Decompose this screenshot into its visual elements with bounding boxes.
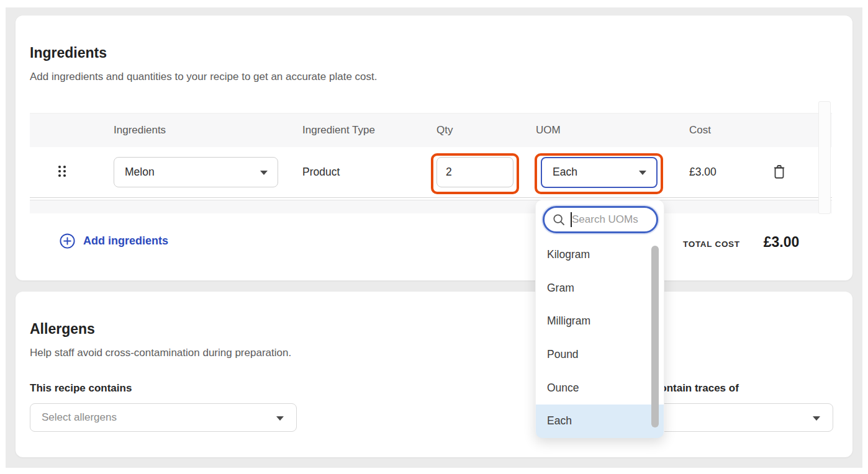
dropdown-scrollbar-thumb[interactable] — [651, 246, 659, 427]
ingredient-cell: Melon — [114, 157, 302, 187]
cost-value: £3.00 — [683, 166, 764, 179]
chevron-down-icon — [639, 171, 646, 175]
uom-options-list: Kilogram Gram Milligram Pound Ounce Each — [536, 238, 664, 438]
ingredient-select-value: Melon — [125, 166, 155, 179]
contains-allergens-placeholder: Select allergens — [42, 411, 117, 424]
ingredients-card: Ingredients Add ingredients and quantiti… — [16, 16, 852, 280]
ingredients-title: Ingredients — [30, 45, 107, 61]
col-header-uom: UOM — [531, 124, 683, 136]
uom-option-gram[interactable]: Gram — [536, 272, 664, 305]
trash-icon — [772, 164, 787, 180]
total-cost: TOTAL COST £3.00 — [683, 234, 799, 251]
col-header-qty: Qty — [432, 124, 531, 136]
uom-option-pound[interactable]: Pound — [536, 338, 664, 372]
uom-select[interactable]: Each — [541, 157, 658, 188]
qty-cell — [432, 157, 531, 187]
chevron-down-icon — [260, 171, 268, 175]
uom-option-milligram[interactable]: Milligram — [536, 305, 664, 338]
ingredients-table: Ingredients Ingredient Type Qty UOM Cost — [30, 113, 832, 213]
chevron-down-icon — [813, 416, 820, 421]
recipe-editor-page: Ingredients Add ingredients and quantiti… — [0, 0, 868, 474]
allergens-card: Allergens Help staff avoid cross-contami… — [16, 292, 852, 457]
drag-handle-icon[interactable] — [57, 164, 67, 178]
total-cost-value: £3.00 — [764, 234, 800, 251]
add-ingredients-button[interactable]: Add ingredients — [59, 233, 168, 249]
contains-allergens-select[interactable]: Select allergens — [30, 403, 297, 432]
col-header-ingredient-type: Ingredient Type — [302, 124, 432, 136]
ingredients-subtitle: Add ingredients and quantities to your r… — [30, 71, 377, 83]
table-scrollbar[interactable] — [818, 101, 831, 214]
uom-option-kilogram[interactable]: Kilogram — [536, 238, 664, 272]
chevron-down-icon — [276, 416, 284, 421]
search-icon — [553, 213, 565, 226]
dropdown-scrollbar-track — [651, 238, 659, 435]
table-footer-strip — [30, 200, 832, 213]
delete-row-button[interactable] — [770, 163, 789, 181]
total-cost-label: TOTAL COST — [683, 239, 740, 249]
recipe-contains-label: This recipe contains — [30, 382, 132, 395]
uom-option-each[interactable]: Each — [536, 405, 664, 438]
allergens-title: Allergens — [30, 321, 95, 338]
uom-search-field[interactable] — [543, 206, 658, 233]
qty-input[interactable] — [436, 157, 513, 187]
plus-circle-icon — [59, 233, 76, 249]
drag-cell — [30, 164, 114, 181]
ingredient-type-value: Product — [302, 166, 432, 179]
ingredient-select[interactable]: Melon — [114, 157, 278, 187]
uom-search-input[interactable] — [572, 213, 640, 226]
uom-select-value: Each — [553, 166, 577, 179]
uom-option-ounce[interactable]: Ounce — [536, 371, 664, 405]
uom-cell: Each — [531, 157, 683, 188]
ingredient-row: Melon Product Each £3.00 — [30, 147, 832, 198]
col-header-cost: Cost — [683, 124, 764, 136]
add-ingredients-label: Add ingredients — [83, 235, 168, 248]
uom-dropdown-panel: Kilogram Gram Milligram Pound Ounce Each — [535, 200, 664, 437]
col-header-ingredients: Ingredients — [114, 124, 302, 136]
allergens-subtitle: Help staff avoid cross-contamination dur… — [30, 347, 291, 359]
table-header-row: Ingredients Ingredient Type Qty UOM Cost — [30, 113, 832, 147]
